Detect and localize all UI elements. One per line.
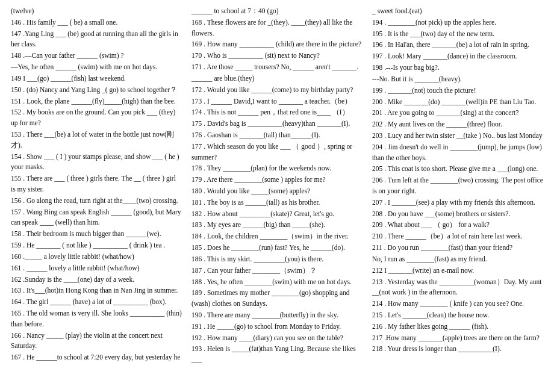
item-number: 163 [11, 287, 21, 294]
item-number: 202 [372, 120, 382, 128]
item-text: . Do you have ___(some) brothers or sist… [382, 210, 510, 217]
list-item: 187 . Can your father ________（swim）？ [191, 266, 363, 276]
item-number: 211 [372, 244, 382, 251]
list-item: 203 . Lucy and her twin sister __(take )… [372, 131, 543, 142]
item-text: . It's___(hot)in Hong Kong than in Nan J… [21, 287, 178, 294]
item-text: (twelve) [11, 7, 34, 14]
list-item: 180 . Would you like _____(some) apples? [191, 186, 363, 197]
item-text: . He _____(go) to school from Monday to … [202, 323, 341, 330]
list-item: 199 . _______(not) touch the picture! [372, 86, 543, 96]
item-number: 176 [191, 131, 202, 138]
item-text: . Go along the road, turn right at the__… [21, 197, 178, 204]
list-item: 161 . ______ lovely a little rabbit! (wh… [11, 263, 182, 274]
item-number: 210 [372, 232, 382, 240]
item-number: 148 [11, 52, 21, 59]
item-text: . ________(not pick) up the apples here. [382, 19, 496, 26]
list-item: 148 .—Can your father ______ (swim) ? [11, 51, 182, 61]
item-number: 171 [191, 63, 202, 70]
list-item: 162 .Sunday is the ____(one) day of a we… [11, 275, 182, 285]
item-text: . It is the ___(two) day of the new term… [382, 30, 494, 37]
list-item: 181 . The boy is as ______(tall) as his … [191, 198, 363, 208]
list-item: 190 . There are many ________(butterfly)… [191, 310, 363, 321]
list-item: 170 . Who is __________ (sit) next to Na… [191, 51, 363, 61]
list-item: 151 . Look, the plane ______(fly)_____(h… [11, 96, 182, 107]
item-number: 152 [11, 108, 21, 116]
item-text: . Their bedroom is much bigger than ____… [21, 230, 161, 237]
item-number: 187 [191, 267, 202, 274]
item-text: . There ______（be）a lot of rain here las… [382, 232, 522, 240]
list-item: 202 . My aunt lives on the ______(three)… [372, 119, 543, 130]
list-item: 167 . He ______to school at 7:20 every d… [11, 352, 182, 363]
list-item: —Yes, he often ______ (swim) with me on … [11, 62, 182, 73]
item-text: . How many ____(diary) can you see on th… [202, 334, 343, 341]
item-number: 178 [191, 164, 202, 172]
item-number: 149 [11, 75, 21, 82]
item-text: . How many ________ ( knife ) can you se… [382, 300, 524, 307]
item-number: 196 [372, 41, 382, 48]
list-item: 174 . This is not ______ pen，that red on… [191, 107, 363, 118]
list-item: 211 . Do you run ________(fast) than you… [372, 243, 543, 254]
item-text: . Turn left at the ________(two) crossin… [372, 176, 543, 194]
list-item: 176 . Gaoshan is _______(tall) than_____… [191, 130, 363, 141]
list-item: 216 . My father likes going ______ (fish… [372, 322, 543, 332]
item-number: 190 [191, 311, 202, 319]
item-number: 215 [372, 311, 382, 319]
item-text: . He ______to school at 7:20 every day, … [21, 353, 180, 361]
item-text: . Sometimes my mother ________(go) shopp… [191, 289, 350, 307]
item-number: 160 [11, 253, 21, 260]
item-number: 180 [191, 187, 202, 194]
list-item: 208 . Do you have ___(some) brothers or … [372, 209, 543, 220]
item-text: . How about _________(skate)? Great, let… [202, 210, 334, 217]
item-number: 151 [11, 98, 21, 105]
main-content: (twelve)146 . His family ___ ( be) a sma… [11, 6, 543, 366]
list-item: 206 . Turn left at the ________(two) cro… [372, 175, 543, 197]
item-text: . The girl ______ (have) a lot of ______… [21, 298, 166, 305]
list-item: 169 . How many __________ (child) are th… [191, 39, 363, 50]
item-text: I ___(go) ______(fish) last weekend. [21, 75, 126, 82]
list-item: 156 . Go along the road, turn right at t… [11, 196, 182, 207]
item-number: 208 [372, 210, 382, 217]
item-number: 155 [11, 175, 21, 182]
item-text: . Look, the plane ______(fly)_____(high)… [21, 98, 175, 105]
item-text: . His family ___ ( be) a small one. [21, 19, 117, 26]
item-number: 216 [372, 323, 382, 330]
list-item: 152 . My books are on the ground. Can yo… [11, 107, 182, 129]
item-number: 184 [191, 232, 202, 240]
item-text: .How many _______(apple) trees are there… [382, 334, 540, 341]
item-text: . My books are on the ground. Can you pi… [11, 108, 175, 126]
list-item: 192 . How many ____(diary) can you see o… [191, 333, 363, 344]
item-text: _ sweet food.(eat) [372, 7, 422, 14]
item-text: . This is my skirt. _________(you) is th… [202, 255, 323, 263]
item-text: . The old woman is very ill. She looks _… [11, 310, 182, 328]
item-text: ._____ a lovely little rabbit! (what/how… [21, 253, 134, 260]
item-text: . I ______ David,I want to _______ a tea… [202, 98, 352, 105]
item-number: 158 [11, 230, 21, 237]
column-1: (twelve)146 . His family ___ ( be) a sma… [11, 6, 182, 366]
item-text: ---No. But it is _______(heavy). [372, 75, 462, 82]
item-number: 193 [191, 345, 202, 352]
item-text: . The boy is as ______(tall) as his brot… [202, 199, 320, 206]
item-number: 195 [372, 30, 382, 37]
list-item: 165 . The old woman is very ill. She loo… [11, 308, 182, 330]
item-number: 205 [372, 165, 382, 172]
item-number: 218 [372, 345, 382, 352]
item-number: 150 [11, 86, 21, 93]
item-number: 200 [372, 98, 382, 105]
item-number: 217 [372, 334, 382, 341]
list-item: 213 . Yesterday was the __________(woman… [372, 277, 543, 299]
list-item: ______ to school at 7：40 (go) [191, 6, 363, 17]
item-number: 186 [191, 255, 202, 263]
item-text: . Yes, he often ________(swim) with me o… [202, 278, 352, 285]
item-number: 164 [11, 298, 21, 305]
item-number: 181 [191, 199, 202, 206]
list-item: 158 . Their bedroom is much bigger than … [11, 229, 182, 240]
list-item: 154 . Show ___ ( I ) your stamps please,… [11, 152, 182, 173]
item-number: 157 [11, 208, 21, 216]
item-number: 189 [191, 289, 202, 296]
item-number: 168 [191, 19, 202, 26]
list-item: 197 . Look! Mary _______(dance) in the c… [372, 51, 543, 62]
item-text: . I _______(see) a play with my friends … [382, 199, 535, 206]
list-item: 204 . Jim doesn't do well in ________(ju… [372, 142, 543, 164]
list-item: 171 . Are those _____ trousers? No, ____… [191, 62, 363, 73]
item-text: . Nancy _____ (play) the violin at the c… [11, 332, 163, 350]
